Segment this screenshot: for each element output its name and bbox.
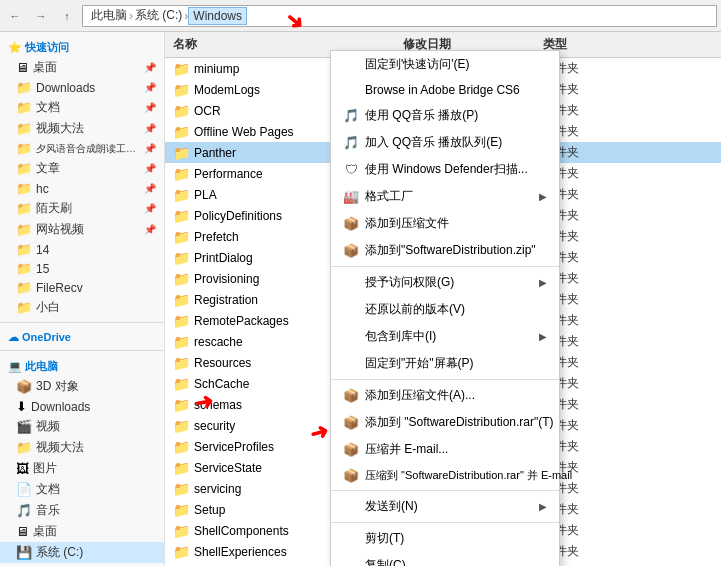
- shield-icon: 🛡: [343, 162, 359, 177]
- menu-separator: [331, 522, 559, 523]
- 3d-icon: 📦: [16, 379, 32, 394]
- folder-icon: 📁: [173, 481, 190, 497]
- sidebar-item-documents[interactable]: 📁 文档 📌: [0, 97, 164, 118]
- menu-item-add-to-archive[interactable]: 📦 添加到压缩文件: [331, 210, 559, 237]
- forward-button[interactable]: →: [30, 5, 52, 27]
- sidebar-item-videos[interactable]: 🎬 视频: [0, 416, 164, 437]
- menu-item-add-rar[interactable]: 📦 添加到 "SoftwareDistribution.rar"(T): [331, 409, 559, 436]
- music-icon: 🎵: [16, 503, 32, 518]
- menu-item-pin-start[interactable]: 固定到"开始"屏幕(P): [331, 350, 559, 377]
- folder-icon: 📁: [16, 201, 32, 216]
- this-pc-header[interactable]: 💻 此电脑: [0, 355, 164, 376]
- sidebar-item-videodalaw[interactable]: 📁 视频大法 📌: [0, 118, 164, 139]
- toolbar: ← → ↑ 此电脑 › 系统 (C:) › Windows: [0, 0, 721, 32]
- sidebar-item-hc[interactable]: 📁 hc 📌: [0, 179, 164, 198]
- zip-icon: 📦: [343, 243, 359, 258]
- sidebar-item-pc-desktop[interactable]: 🖥 桌面: [0, 521, 164, 542]
- folder-icon: 📁: [16, 242, 32, 257]
- folder-icon: 📁: [173, 439, 190, 455]
- folder-icon: 📁: [16, 161, 32, 176]
- pictures-icon: 🖼: [16, 461, 29, 476]
- sidebar-item-pc-downloads[interactable]: ⬇ Downloads: [0, 397, 164, 416]
- folder-icon: 📁: [173, 166, 190, 182]
- folder-icon: 📁: [173, 292, 190, 308]
- folder-icon: 📁: [173, 124, 190, 140]
- sidebar-item-music[interactable]: 🎵 音乐: [0, 500, 164, 521]
- context-menu: 固定到'快速访问'(E) Browse in Adobe Bridge CS6 …: [330, 50, 560, 566]
- folder-icon: 📁: [16, 222, 32, 237]
- desktop2-icon: 🖥: [16, 524, 29, 539]
- folder-icon: 📁: [173, 502, 190, 518]
- folder-icon: 📁: [173, 229, 190, 245]
- quick-access-header[interactable]: ⭐ 快速访问: [0, 36, 164, 57]
- video-icon: 🎬: [16, 419, 32, 434]
- menu-item-restore-version[interactable]: 还原以前的版本(V): [331, 296, 559, 323]
- menu-item-include-library[interactable]: 包含到库中(I) ▶: [331, 323, 559, 350]
- up-button[interactable]: ↑: [56, 5, 78, 27]
- folder-icon: 📁: [173, 103, 190, 119]
- qq-queue-icon: 🎵: [343, 135, 359, 150]
- archive-icon: 📦: [343, 216, 359, 231]
- downloads-icon: 📁: [16, 80, 32, 95]
- breadcrumb-c-drive[interactable]: 系统 (C:): [133, 7, 184, 24]
- folder-icon: 📁: [173, 460, 190, 476]
- onedrive-section: ☁ OneDrive: [0, 327, 164, 346]
- rar-icon: 📦: [343, 415, 359, 430]
- sidebar-item-downloads[interactable]: 📁 Downloads 📌: [0, 78, 164, 97]
- sidebar-item-videodalaw2[interactable]: 📁 视频大法: [0, 437, 164, 458]
- folder-icon: 📁: [16, 100, 32, 115]
- folder-icon: 📁: [16, 280, 32, 295]
- desktop-icon: 🖥: [16, 60, 29, 75]
- drive-icon: 💾: [16, 545, 32, 560]
- sidebar-item-desktop[interactable]: 🖥 桌面 📌: [0, 57, 164, 78]
- menu-separator: [331, 379, 559, 380]
- menu-item-qq-play[interactable]: 🎵 使用 QQ音乐 播放(P): [331, 102, 559, 129]
- folder-icon: 📁: [16, 261, 32, 276]
- menu-item-compress-rar-email[interactable]: 📦 压缩到 "SoftwareDistribution.rar" 并 E-mai…: [331, 463, 559, 488]
- breadcrumb-this-pc[interactable]: 此电脑: [89, 7, 129, 24]
- folder-icon: 📁: [173, 187, 190, 203]
- quick-access-section: ⭐ 快速访问 🖥 桌面 📌 📁 Downloads 📌 📁 文档 📌: [0, 36, 164, 318]
- folder-icon: 📁: [173, 82, 190, 98]
- sidebar-item-pictures[interactable]: 🖼 图片: [0, 458, 164, 479]
- menu-item-pin-quick-access[interactable]: 固定到'快速访问'(E): [331, 51, 559, 78]
- menu-item-defender[interactable]: 🛡 使用 Windows Defender扫描...: [331, 156, 559, 183]
- sidebar-item-articles[interactable]: 📁 文章 📌: [0, 158, 164, 179]
- folder-icon: 📁: [173, 376, 190, 392]
- folder-icon: 📁: [173, 544, 190, 560]
- folder-icon: 📁: [173, 523, 190, 539]
- sidebar-item-luotian[interactable]: 📁 陌天刷 📌: [0, 198, 164, 219]
- sidebar-item-filerecv[interactable]: 📁 FileRecv: [0, 278, 164, 297]
- menu-item-compress-email[interactable]: 📦 压缩并 E-mail...: [331, 436, 559, 463]
- folder-icon: 📁: [16, 121, 32, 136]
- menu-item-add-archive2[interactable]: 📦 添加到压缩文件(A)...: [331, 382, 559, 409]
- sidebar-item-docs[interactable]: 📄 文档: [0, 479, 164, 500]
- folder-icon: 📁: [173, 397, 190, 413]
- sidebar-item-14[interactable]: 📁 14: [0, 240, 164, 259]
- qq-music-icon: 🎵: [343, 108, 359, 123]
- menu-item-cut[interactable]: 剪切(T): [331, 525, 559, 552]
- menu-item-grant-access[interactable]: 授予访问权限(G) ▶: [331, 269, 559, 296]
- docs-icon: 📄: [16, 482, 32, 497]
- menu-item-qq-queue[interactable]: 🎵 加入 QQ音乐 播放队列(E): [331, 129, 559, 156]
- sidebar-item-xiobai[interactable]: 📁 小白: [0, 297, 164, 318]
- archive2-icon: 📦: [343, 388, 359, 403]
- address-bar[interactable]: 此电脑 › 系统 (C:) › Windows: [82, 5, 717, 27]
- folder-icon: 📁: [16, 141, 32, 156]
- menu-item-copy[interactable]: 复制(C): [331, 552, 559, 566]
- factory-icon: 🏭: [343, 189, 359, 204]
- menu-item-send-to[interactable]: 发送到(N) ▶: [331, 493, 559, 520]
- sidebar-item-3dobjects[interactable]: 📦 3D 对象: [0, 376, 164, 397]
- menu-item-adobe-bridge[interactable]: Browse in Adobe Bridge CS6: [331, 78, 559, 102]
- menu-item-add-to-zip[interactable]: 📦 添加到"SoftwareDistribution.zip": [331, 237, 559, 264]
- back-button[interactable]: ←: [4, 5, 26, 27]
- sidebar-item-c-drive[interactable]: 💾 系统 (C:): [0, 542, 164, 563]
- folder-icon: 📁: [173, 145, 190, 161]
- breadcrumb-windows[interactable]: Windows: [188, 7, 247, 25]
- sidebar-item-15[interactable]: 📁 15: [0, 259, 164, 278]
- sidebar-item-tts[interactable]: 📁 夕风语音合成朗读工具V1. 📌: [0, 139, 164, 158]
- onedrive-header[interactable]: ☁ OneDrive: [0, 327, 164, 346]
- sidebar-item-webvideo[interactable]: 📁 网站视频 📌: [0, 219, 164, 240]
- menu-item-format-factory[interactable]: 🏭 格式工厂 ▶: [331, 183, 559, 210]
- folder-icon: 📁: [173, 355, 190, 371]
